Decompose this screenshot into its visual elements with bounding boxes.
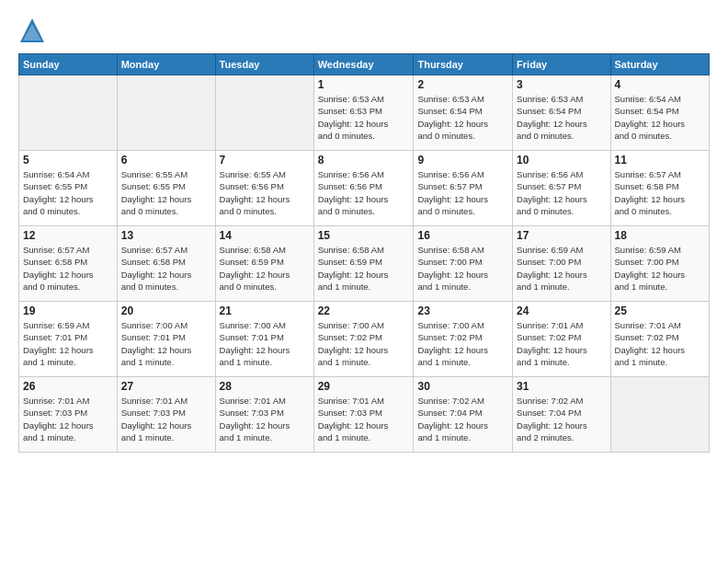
weekday-header-row: SundayMondayTuesdayWednesdayThursdayFrid… [19,54,710,75]
day-number: 25 [615,304,705,317]
day-number: 3 [517,78,606,91]
day-number: 8 [318,154,410,167]
calendar-cell: 12Sunrise: 6:57 AM Sunset: 6:58 PM Dayli… [19,226,118,302]
week-row-5: 26Sunrise: 7:01 AM Sunset: 7:03 PM Dayli… [19,377,710,453]
calendar-cell: 27Sunrise: 7:01 AM Sunset: 7:03 PM Dayli… [117,377,215,453]
header [18,17,710,44]
calendar-cell: 22Sunrise: 7:00 AM Sunset: 7:02 PM Dayli… [313,302,414,377]
day-info: Sunrise: 7:01 AM Sunset: 7:03 PM Dayligh… [23,395,113,443]
calendar-cell: 6Sunrise: 6:55 AM Sunset: 6:55 PM Daylig… [117,151,215,226]
calendar-cell: 13Sunrise: 6:57 AM Sunset: 6:58 PM Dayli… [117,226,215,302]
calendar-cell: 5Sunrise: 6:54 AM Sunset: 6:55 PM Daylig… [19,151,118,226]
day-number: 17 [517,229,606,242]
day-info: Sunrise: 7:01 AM Sunset: 7:02 PM Dayligh… [615,319,705,368]
calendar-cell: 20Sunrise: 7:00 AM Sunset: 7:01 PM Dayli… [117,302,215,377]
day-info: Sunrise: 6:55 AM Sunset: 6:56 PM Dayligh… [220,168,310,217]
day-info: Sunrise: 6:53 AM Sunset: 6:54 PM Dayligh… [517,93,606,142]
calendar-cell: 15Sunrise: 6:58 AM Sunset: 6:59 PM Dayli… [313,226,414,302]
day-info: Sunrise: 6:53 AM Sunset: 6:54 PM Dayligh… [417,93,508,142]
calendar-cell [215,75,313,151]
calendar-header: SundayMondayTuesdayWednesdayThursdayFrid… [19,54,710,75]
day-info: Sunrise: 6:59 AM Sunset: 7:00 PM Dayligh… [615,244,705,293]
day-info: Sunrise: 6:59 AM Sunset: 7:01 PM Dayligh… [23,319,113,368]
calendar-cell: 4Sunrise: 6:54 AM Sunset: 6:54 PM Daylig… [610,75,709,151]
logo-icon [18,17,46,44]
day-info: Sunrise: 6:59 AM Sunset: 7:00 PM Dayligh… [517,244,606,293]
day-info: Sunrise: 7:00 AM Sunset: 7:02 PM Dayligh… [318,319,410,368]
day-number: 2 [417,78,508,91]
calendar-cell [610,377,709,453]
day-info: Sunrise: 6:55 AM Sunset: 6:55 PM Dayligh… [121,168,211,217]
weekday-saturday: Saturday [610,54,709,75]
calendar-cell: 2Sunrise: 6:53 AM Sunset: 6:54 PM Daylig… [414,75,513,151]
day-number: 18 [615,229,705,242]
day-info: Sunrise: 7:01 AM Sunset: 7:03 PM Dayligh… [318,395,410,443]
calendar-cell: 11Sunrise: 6:57 AM Sunset: 6:58 PM Dayli… [610,151,709,226]
calendar-body: 1Sunrise: 6:53 AM Sunset: 6:53 PM Daylig… [19,75,710,453]
calendar-cell: 24Sunrise: 7:01 AM Sunset: 7:02 PM Dayli… [513,302,610,377]
day-number: 7 [220,154,310,167]
weekday-wednesday: Wednesday [313,54,414,75]
day-info: Sunrise: 6:57 AM Sunset: 6:58 PM Dayligh… [615,168,705,217]
calendar: SundayMondayTuesdayWednesdayThursdayFrid… [18,53,710,453]
day-number: 28 [220,380,310,393]
day-number: 6 [121,154,211,167]
calendar-cell: 1Sunrise: 6:53 AM Sunset: 6:53 PM Daylig… [313,75,414,151]
calendar-cell: 16Sunrise: 6:58 AM Sunset: 7:00 PM Dayli… [414,226,513,302]
day-info: Sunrise: 7:01 AM Sunset: 7:02 PM Dayligh… [517,319,606,368]
day-info: Sunrise: 7:01 AM Sunset: 7:03 PM Dayligh… [220,395,310,443]
calendar-cell [117,75,215,151]
day-number: 9 [417,154,508,167]
weekday-sunday: Sunday [19,54,118,75]
calendar-cell: 30Sunrise: 7:02 AM Sunset: 7:04 PM Dayli… [414,377,513,453]
weekday-friday: Friday [513,54,610,75]
day-number: 1 [318,78,410,91]
day-number: 22 [318,304,410,317]
calendar-cell: 14Sunrise: 6:58 AM Sunset: 6:59 PM Dayli… [215,226,313,302]
day-info: Sunrise: 6:56 AM Sunset: 6:57 PM Dayligh… [417,168,508,217]
calendar-cell: 26Sunrise: 7:01 AM Sunset: 7:03 PM Dayli… [19,377,118,453]
day-info: Sunrise: 6:54 AM Sunset: 6:55 PM Dayligh… [23,168,113,217]
week-row-2: 5Sunrise: 6:54 AM Sunset: 6:55 PM Daylig… [19,151,710,226]
day-number: 31 [517,380,606,393]
day-number: 13 [121,229,211,242]
week-row-4: 19Sunrise: 6:59 AM Sunset: 7:01 PM Dayli… [19,302,710,377]
day-number: 4 [615,78,705,91]
day-number: 27 [121,380,211,393]
day-info: Sunrise: 7:00 AM Sunset: 7:02 PM Dayligh… [417,319,508,368]
calendar-cell: 31Sunrise: 7:02 AM Sunset: 7:04 PM Dayli… [513,377,610,453]
calendar-cell: 29Sunrise: 7:01 AM Sunset: 7:03 PM Dayli… [313,377,414,453]
day-number: 26 [23,380,113,393]
day-number: 24 [517,304,606,317]
calendar-cell [19,75,118,151]
day-info: Sunrise: 6:57 AM Sunset: 6:58 PM Dayligh… [23,244,113,293]
day-info: Sunrise: 6:57 AM Sunset: 6:58 PM Dayligh… [121,244,211,293]
day-number: 12 [23,229,113,242]
week-row-1: 1Sunrise: 6:53 AM Sunset: 6:53 PM Daylig… [19,75,710,151]
day-info: Sunrise: 6:58 AM Sunset: 6:59 PM Dayligh… [220,244,310,293]
day-info: Sunrise: 7:02 AM Sunset: 7:04 PM Dayligh… [517,395,606,443]
day-info: Sunrise: 6:56 AM Sunset: 6:56 PM Dayligh… [318,168,410,217]
logo [18,17,50,44]
calendar-cell: 7Sunrise: 6:55 AM Sunset: 6:56 PM Daylig… [215,151,313,226]
calendar-cell: 23Sunrise: 7:00 AM Sunset: 7:02 PM Dayli… [414,302,513,377]
day-info: Sunrise: 7:00 AM Sunset: 7:01 PM Dayligh… [220,319,310,368]
day-info: Sunrise: 6:56 AM Sunset: 6:57 PM Dayligh… [517,168,606,217]
day-number: 15 [318,229,410,242]
day-info: Sunrise: 7:01 AM Sunset: 7:03 PM Dayligh… [121,395,211,443]
day-number: 19 [23,304,113,317]
day-info: Sunrise: 7:02 AM Sunset: 7:04 PM Dayligh… [417,395,508,443]
day-info: Sunrise: 6:58 AM Sunset: 7:00 PM Dayligh… [417,244,508,293]
weekday-monday: Monday [117,54,215,75]
calendar-cell: 17Sunrise: 6:59 AM Sunset: 7:00 PM Dayli… [513,226,610,302]
day-number: 23 [417,304,508,317]
calendar-cell: 10Sunrise: 6:56 AM Sunset: 6:57 PM Dayli… [513,151,610,226]
day-number: 20 [121,304,211,317]
week-row-3: 12Sunrise: 6:57 AM Sunset: 6:58 PM Dayli… [19,226,710,302]
calendar-cell: 28Sunrise: 7:01 AM Sunset: 7:03 PM Dayli… [215,377,313,453]
weekday-tuesday: Tuesday [215,54,313,75]
day-number: 11 [615,154,705,167]
calendar-cell: 9Sunrise: 6:56 AM Sunset: 6:57 PM Daylig… [414,151,513,226]
calendar-cell: 25Sunrise: 7:01 AM Sunset: 7:02 PM Dayli… [610,302,709,377]
calendar-cell: 18Sunrise: 6:59 AM Sunset: 7:00 PM Dayli… [610,226,709,302]
